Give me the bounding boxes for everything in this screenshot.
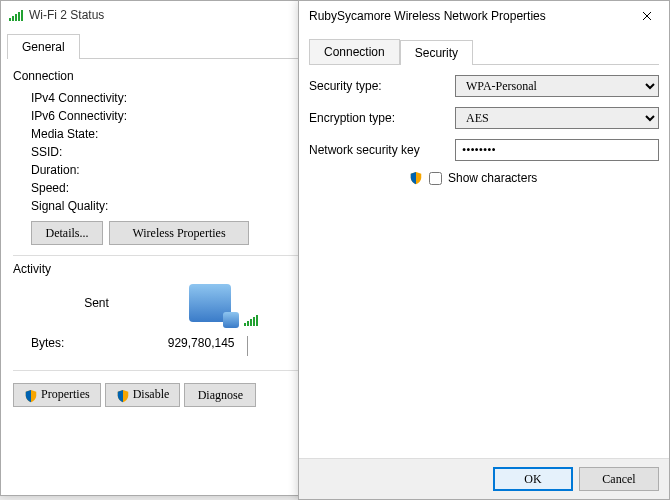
wireless-properties-button[interactable]: Wireless Properties [109, 221, 249, 245]
properties-button[interactable]: Properties [13, 383, 101, 407]
network-properties-dialog: RubySycamore Wireless Network Properties… [298, 0, 670, 500]
disable-button[interactable]: Disable [105, 383, 181, 407]
ipv6-label: IPv6 Connectivity: [31, 109, 127, 123]
show-characters-label: Show characters [448, 171, 537, 185]
tab-connection[interactable]: Connection [309, 39, 400, 64]
media-label: Media State: [31, 127, 98, 141]
signal-label: Signal Quality: [31, 199, 108, 213]
bytes-label: Bytes: [13, 336, 93, 356]
shield-icon [116, 389, 130, 403]
speed-label: Speed: [31, 181, 69, 195]
activity-signal-icon [244, 314, 258, 326]
encryption-type-select[interactable]: AES [455, 107, 659, 129]
security-type-label: Security type: [309, 79, 449, 93]
status-title-text: Wi-Fi 2 Status [29, 8, 104, 22]
close-icon [642, 11, 652, 21]
ok-button[interactable]: OK [493, 467, 573, 491]
ipv4-label: IPv4 Connectivity: [31, 91, 127, 105]
security-key-label: Network security key [309, 143, 449, 157]
properties-title-text: RubySycamore Wireless Network Properties [309, 9, 546, 23]
tab-general[interactable]: General [7, 34, 80, 59]
encryption-type-label: Encryption type: [309, 111, 449, 125]
security-key-input[interactable] [455, 139, 659, 161]
bytes-sent: 929,780,145 [93, 336, 247, 356]
ssid-label: SSID: [31, 145, 62, 159]
security-type-select[interactable]: WPA-Personal [455, 75, 659, 97]
signal-icon [9, 9, 23, 21]
properties-titlebar[interactable]: RubySycamore Wireless Network Properties [299, 1, 669, 31]
show-characters-checkbox[interactable] [429, 172, 442, 185]
close-button[interactable] [624, 2, 669, 31]
tab-security[interactable]: Security [400, 40, 473, 65]
cancel-button[interactable]: Cancel [579, 467, 659, 491]
sent-header: Sent [13, 296, 180, 310]
diagnose-button[interactable]: Diagnose [184, 383, 256, 407]
duration-label: Duration: [31, 163, 80, 177]
shield-icon [24, 389, 38, 403]
details-button[interactable]: Details... [31, 221, 103, 245]
activity-computers-icon [189, 284, 231, 322]
shield-icon [409, 171, 423, 185]
